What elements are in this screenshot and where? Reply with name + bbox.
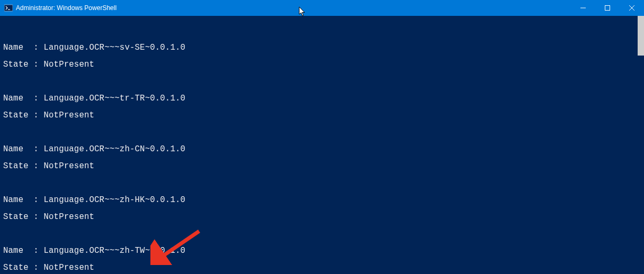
minimize-button[interactable] xyxy=(571,0,595,16)
close-button[interactable] xyxy=(620,0,644,16)
svg-rect-0 xyxy=(4,5,13,11)
output-line xyxy=(3,230,641,238)
output-line: Name : Language.OCR~~~tr-TR~0.0.1.0 xyxy=(3,94,641,103)
output-line: Name : Language.OCR~~~zh-CN~0.0.1.0 xyxy=(3,145,641,153)
output-line: State : NotPresent xyxy=(3,111,641,120)
output-line: Name : Language.OCR~~~zh-TW~0.0.1.0 xyxy=(3,246,641,255)
terminal-area[interactable]: Name : Language.OCR~~~sv-SE~0.0.1.0 Stat… xyxy=(0,16,644,274)
scrollbar-thumb[interactable] xyxy=(638,16,644,56)
output-line xyxy=(3,179,641,187)
output-line xyxy=(3,128,641,136)
output-line xyxy=(3,26,641,35)
maximize-button[interactable] xyxy=(595,0,620,16)
output-line: State : NotPresent xyxy=(3,263,641,272)
output-line: State : NotPresent xyxy=(3,213,641,221)
output-line: State : NotPresent xyxy=(3,162,641,170)
powershell-icon xyxy=(4,4,13,12)
titlebar[interactable]: Administrator: Windows PowerShell xyxy=(0,0,644,16)
window-controls xyxy=(571,0,644,16)
output-line: Name : Language.OCR~~~zh-HK~0.0.1.0 xyxy=(3,196,641,204)
output-line xyxy=(3,77,641,86)
svg-rect-3 xyxy=(605,6,610,11)
output-line: Name : Language.OCR~~~sv-SE~0.0.1.0 xyxy=(3,43,641,52)
window-title: Administrator: Windows PowerShell xyxy=(16,4,117,12)
output-line: State : NotPresent xyxy=(3,60,641,69)
